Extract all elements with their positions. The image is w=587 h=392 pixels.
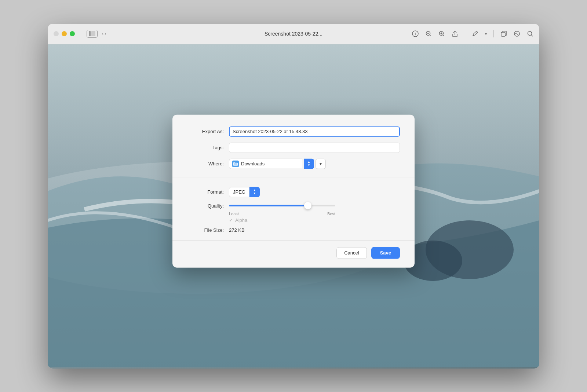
close-button[interactable] [54,31,59,36]
where-container: Downloads ▲ ▼ ▾ [229,158,326,169]
duplicate-icon[interactable] [500,30,507,37]
content-area: Export As: Tags: Where: [48,44,539,369]
window-title: Screenshot 2023-05-22... [265,31,322,37]
app-window: ‹ › Screenshot 2023-05-22... i [48,24,539,369]
format-value: JPEG [233,189,245,195]
traffic-lights [54,31,75,36]
quality-slider-track [229,205,335,206]
filesize-label: File Size: [187,227,224,232]
stepper-down-icon: ▼ [307,164,310,167]
quality-slider-fill [229,205,306,206]
format-row: Format: JPEG ▲ ▼ [187,187,400,197]
quality-slider-container [229,205,400,206]
tags-row: Tags: [187,142,400,153]
zoom-in-icon[interactable] [438,30,445,37]
dialog-middle-section: Format: JPEG ▲ ▼ Quality: [172,178,415,240]
where-select[interactable]: Downloads [229,158,302,169]
svg-rect-0 [89,31,91,36]
svg-line-6 [430,35,431,37]
maximize-button[interactable] [70,31,75,36]
info-icon[interactable]: i [412,30,419,37]
where-row: Where: Downloads ▲ [187,158,400,169]
minimize-button[interactable] [62,31,67,36]
cancel-button[interactable]: Cancel [336,247,367,259]
where-value: Downloads [241,161,265,166]
svg-text:i: i [415,32,416,36]
pencil-icon[interactable] [472,30,478,37]
format-label: Format: [187,189,224,195]
stepper-up-icon: ▲ [307,161,310,164]
export-as-input[interactable] [229,126,400,136]
sidebar-toggle-button[interactable] [87,30,98,38]
toolbar-divider-2 [493,30,494,37]
sidebar-chevron-button[interactable]: ‹ › [101,30,107,37]
svg-point-14 [528,32,532,36]
export-as-row: Export As: [187,126,400,136]
format-stepper-up-icon: ▲ [253,189,256,192]
toolbar-divider [465,30,465,37]
chevron-down-icon: ▾ [320,161,322,166]
export-as-label: Export As: [187,129,224,134]
format-stepper-button[interactable]: ▲ ▼ [249,187,260,197]
export-dialog: Export As: Tags: Where: [172,114,415,267]
quality-min-label: Least [229,211,239,216]
svg-rect-1 [91,31,95,36]
expand-button[interactable]: ▾ [316,158,326,169]
alpha-checkmark: ✓ [229,217,233,223]
save-button[interactable]: Save [371,247,400,259]
format-row-inner: JPEG ▲ ▼ [229,187,260,197]
filesize-value: 272 KB [229,227,245,232]
titlebar-icons: i [412,30,533,37]
quality-label: Quality: [187,203,224,208]
markup-icon[interactable] [514,30,520,37]
svg-line-10 [443,35,445,37]
search-icon[interactable] [527,30,533,37]
where-stepper-button[interactable]: ▲ ▼ [304,158,314,169]
format-select[interactable]: JPEG [229,187,249,197]
quality-slider-thumb[interactable] [304,202,311,209]
quality-max-label: Best [327,211,335,216]
svg-line-15 [532,35,533,37]
tags-input[interactable] [229,142,400,153]
quality-row: Quality: [187,203,400,208]
format-stepper-down-icon: ▼ [253,192,256,195]
pencil-chevron-icon[interactable]: ▾ [485,32,487,36]
quality-labels: Least Best [229,211,335,216]
where-label: Where: [187,161,224,166]
tags-label: Tags: [187,145,224,150]
dialog-bottom-section: Cancel Save [172,240,415,267]
titlebar: ‹ › Screenshot 2023-05-22... i [48,24,539,44]
alpha-row: ✓ Alpha [229,217,400,223]
svg-rect-12 [501,32,505,36]
titlebar-left: ‹ › [54,30,107,38]
zoom-out-icon[interactable] [425,30,432,37]
filesize-row: File Size: 272 KB [187,227,400,232]
folder-icon [232,160,239,167]
dialog-top-section: Export As: Tags: Where: [172,114,415,178]
share-icon[interactable] [452,30,458,37]
alpha-label: Alpha [235,217,247,223]
